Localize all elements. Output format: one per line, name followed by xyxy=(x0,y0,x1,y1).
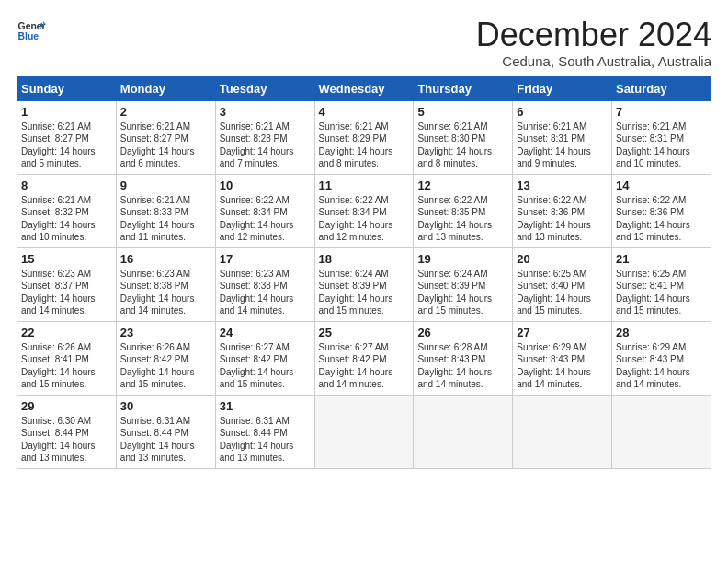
day-info: Sunrise: 6:21 AM Sunset: 8:28 PM Dayligh… xyxy=(220,121,311,170)
calendar-cell xyxy=(414,395,513,468)
day-number: 21 xyxy=(616,252,707,266)
day-info: Sunrise: 6:23 AM Sunset: 8:38 PM Dayligh… xyxy=(120,268,211,317)
calendar-cell: 27Sunrise: 6:29 AM Sunset: 8:43 PM Dayli… xyxy=(513,321,612,395)
day-info: Sunrise: 6:22 AM Sunset: 8:36 PM Dayligh… xyxy=(517,194,608,244)
calendar-cell: 24Sunrise: 6:27 AM Sunset: 8:42 PM Dayli… xyxy=(215,321,314,395)
day-number: 9 xyxy=(120,178,211,192)
calendar-cell: 4Sunrise: 6:21 AM Sunset: 8:29 PM Daylig… xyxy=(314,100,414,174)
day-info: Sunrise: 6:21 AM Sunset: 8:30 PM Dayligh… xyxy=(417,121,508,170)
calendar-cell: 7Sunrise: 6:21 AM Sunset: 8:31 PM Daylig… xyxy=(612,100,711,174)
day-number: 15 xyxy=(21,252,112,266)
calendar-cell: 2Sunrise: 6:21 AM Sunset: 8:27 PM Daylig… xyxy=(116,100,215,174)
calendar-table: SundayMondayTuesdayWednesdayThursdayFrid… xyxy=(17,76,711,469)
calendar-cell: 16Sunrise: 6:23 AM Sunset: 8:38 PM Dayli… xyxy=(116,247,215,321)
calendar-cell: 19Sunrise: 6:24 AM Sunset: 8:39 PM Dayli… xyxy=(414,247,513,321)
day-info: Sunrise: 6:26 AM Sunset: 8:42 PM Dayligh… xyxy=(120,341,211,391)
day-number: 19 xyxy=(417,252,508,266)
day-number: 11 xyxy=(319,178,410,192)
day-info: Sunrise: 6:22 AM Sunset: 8:34 PM Dayligh… xyxy=(319,194,410,244)
day-number: 2 xyxy=(120,105,211,119)
day-info: Sunrise: 6:26 AM Sunset: 8:41 PM Dayligh… xyxy=(21,341,112,391)
day-info: Sunrise: 6:29 AM Sunset: 8:43 PM Dayligh… xyxy=(616,341,707,391)
day-info: Sunrise: 6:25 AM Sunset: 8:41 PM Dayligh… xyxy=(616,268,707,317)
day-number: 13 xyxy=(517,178,608,192)
calendar-cell: 13Sunrise: 6:22 AM Sunset: 8:36 PM Dayli… xyxy=(513,174,612,247)
day-number: 16 xyxy=(120,252,211,266)
day-number: 4 xyxy=(319,105,410,119)
calendar-week-row: 1Sunrise: 6:21 AM Sunset: 8:27 PM Daylig… xyxy=(17,100,711,174)
calendar-cell: 14Sunrise: 6:22 AM Sunset: 8:36 PM Dayli… xyxy=(612,174,711,247)
day-number: 18 xyxy=(319,252,410,266)
calendar-cell: 18Sunrise: 6:24 AM Sunset: 8:39 PM Dayli… xyxy=(314,247,414,321)
calendar-week-row: 22Sunrise: 6:26 AM Sunset: 8:41 PM Dayli… xyxy=(17,321,711,395)
day-info: Sunrise: 6:25 AM Sunset: 8:40 PM Dayligh… xyxy=(517,268,608,317)
day-info: Sunrise: 6:24 AM Sunset: 8:39 PM Dayligh… xyxy=(319,268,410,317)
calendar-cell: 17Sunrise: 6:23 AM Sunset: 8:38 PM Dayli… xyxy=(215,247,314,321)
header-day: Thursday xyxy=(414,76,513,100)
day-info: Sunrise: 6:21 AM Sunset: 8:27 PM Dayligh… xyxy=(21,121,112,170)
day-number: 8 xyxy=(21,178,112,192)
day-info: Sunrise: 6:21 AM Sunset: 8:29 PM Dayligh… xyxy=(319,121,410,170)
calendar-cell: 21Sunrise: 6:25 AM Sunset: 8:41 PM Dayli… xyxy=(612,247,711,321)
day-number: 28 xyxy=(616,326,707,339)
calendar-cell: 31Sunrise: 6:31 AM Sunset: 8:44 PM Dayli… xyxy=(215,395,314,468)
day-number: 24 xyxy=(220,326,311,339)
day-info: Sunrise: 6:21 AM Sunset: 8:31 PM Dayligh… xyxy=(517,121,608,170)
day-number: 27 xyxy=(517,326,608,339)
day-number: 7 xyxy=(616,105,707,119)
day-info: Sunrise: 6:21 AM Sunset: 8:33 PM Dayligh… xyxy=(120,194,211,244)
day-number: 1 xyxy=(21,105,112,119)
day-info: Sunrise: 6:31 AM Sunset: 8:44 PM Dayligh… xyxy=(220,415,311,465)
header-day: Saturday xyxy=(612,76,711,100)
day-info: Sunrise: 6:21 AM Sunset: 8:32 PM Dayligh… xyxy=(21,194,112,244)
day-number: 23 xyxy=(120,326,211,339)
header-day: Tuesday xyxy=(215,76,314,100)
day-number: 14 xyxy=(616,178,707,192)
calendar-cell xyxy=(513,395,612,468)
day-number: 12 xyxy=(417,178,508,192)
day-info: Sunrise: 6:27 AM Sunset: 8:42 PM Dayligh… xyxy=(319,341,410,391)
day-info: Sunrise: 6:31 AM Sunset: 8:44 PM Dayligh… xyxy=(120,415,211,465)
month-title: December 2024 xyxy=(476,17,711,53)
day-number: 10 xyxy=(220,178,311,192)
calendar-week-row: 15Sunrise: 6:23 AM Sunset: 8:37 PM Dayli… xyxy=(17,247,711,321)
day-number: 30 xyxy=(120,399,211,413)
calendar-cell: 22Sunrise: 6:26 AM Sunset: 8:41 PM Dayli… xyxy=(17,321,117,395)
header-day: Wednesday xyxy=(314,76,414,100)
header: General Blue December 2024 Ceduna, South… xyxy=(17,17,711,69)
calendar-week-row: 29Sunrise: 6:30 AM Sunset: 8:44 PM Dayli… xyxy=(17,395,711,468)
logo-icon: General Blue xyxy=(17,17,46,46)
logo: General Blue xyxy=(17,17,46,46)
calendar-cell: 11Sunrise: 6:22 AM Sunset: 8:34 PM Dayli… xyxy=(314,174,414,247)
day-number: 29 xyxy=(21,399,112,413)
calendar-cell: 5Sunrise: 6:21 AM Sunset: 8:30 PM Daylig… xyxy=(414,100,513,174)
calendar-cell: 3Sunrise: 6:21 AM Sunset: 8:28 PM Daylig… xyxy=(215,100,314,174)
calendar-cell: 6Sunrise: 6:21 AM Sunset: 8:31 PM Daylig… xyxy=(513,100,612,174)
calendar-cell: 9Sunrise: 6:21 AM Sunset: 8:33 PM Daylig… xyxy=(116,174,215,247)
day-info: Sunrise: 6:21 AM Sunset: 8:31 PM Dayligh… xyxy=(616,121,707,170)
day-info: Sunrise: 6:27 AM Sunset: 8:42 PM Dayligh… xyxy=(220,341,311,391)
day-info: Sunrise: 6:29 AM Sunset: 8:43 PM Dayligh… xyxy=(517,341,608,391)
day-info: Sunrise: 6:28 AM Sunset: 8:43 PM Dayligh… xyxy=(417,341,508,391)
day-info: Sunrise: 6:22 AM Sunset: 8:35 PM Dayligh… xyxy=(417,194,508,244)
day-info: Sunrise: 6:23 AM Sunset: 8:37 PM Dayligh… xyxy=(21,268,112,317)
day-number: 5 xyxy=(417,105,508,119)
header-day: Sunday xyxy=(17,76,117,100)
calendar-cell: 25Sunrise: 6:27 AM Sunset: 8:42 PM Dayli… xyxy=(314,321,414,395)
day-info: Sunrise: 6:22 AM Sunset: 8:36 PM Dayligh… xyxy=(616,194,707,244)
calendar-cell: 1Sunrise: 6:21 AM Sunset: 8:27 PM Daylig… xyxy=(17,100,117,174)
calendar-week-row: 8Sunrise: 6:21 AM Sunset: 8:32 PM Daylig… xyxy=(17,174,711,247)
day-info: Sunrise: 6:24 AM Sunset: 8:39 PM Dayligh… xyxy=(417,268,508,317)
subtitle: Ceduna, South Australia, Australia xyxy=(476,53,711,69)
header-day: Monday xyxy=(116,76,215,100)
day-info: Sunrise: 6:23 AM Sunset: 8:38 PM Dayligh… xyxy=(220,268,311,317)
day-info: Sunrise: 6:30 AM Sunset: 8:44 PM Dayligh… xyxy=(21,415,112,465)
calendar-cell: 15Sunrise: 6:23 AM Sunset: 8:37 PM Dayli… xyxy=(17,247,117,321)
day-info: Sunrise: 6:21 AM Sunset: 8:27 PM Dayligh… xyxy=(120,121,211,170)
title-area: December 2024 Ceduna, South Australia, A… xyxy=(476,17,711,69)
calendar-cell: 28Sunrise: 6:29 AM Sunset: 8:43 PM Dayli… xyxy=(612,321,711,395)
day-number: 31 xyxy=(220,399,311,413)
day-number: 25 xyxy=(319,326,410,339)
calendar-cell xyxy=(314,395,414,468)
svg-text:Blue: Blue xyxy=(18,31,40,41)
